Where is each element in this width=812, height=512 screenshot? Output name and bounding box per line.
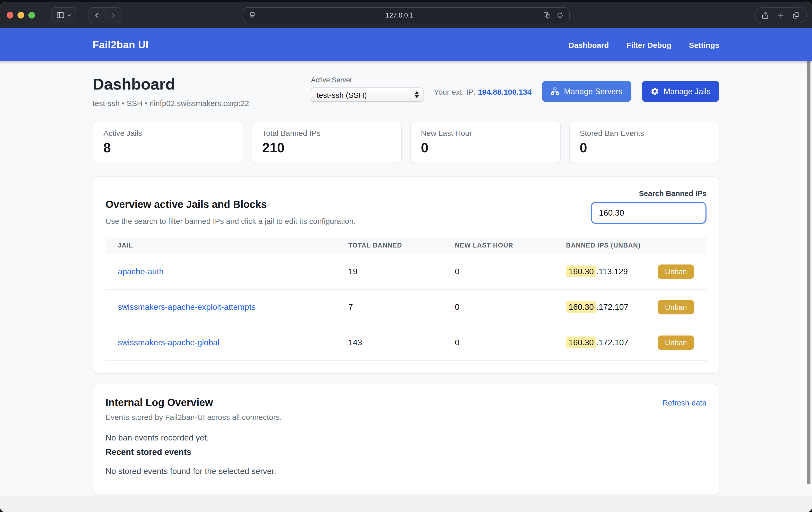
- stat-value: 210: [262, 140, 391, 156]
- ip-highlight: 160.30: [566, 301, 597, 313]
- jail-link[interactable]: swissmakers-apache-global: [118, 338, 220, 347]
- chevron-right-icon: [110, 12, 117, 19]
- sidebar-toggle-button[interactable]: [52, 7, 76, 23]
- jail-link[interactable]: swissmakers-apache-exploit-attempts: [118, 303, 256, 311]
- column-header-jail: JAIL: [106, 241, 348, 249]
- unban-button[interactable]: Unban: [658, 264, 694, 279]
- page-title: Dashboard: [93, 75, 249, 94]
- close-window-button[interactable]: [7, 12, 13, 19]
- brand[interactable]: Fail2ban UI: [93, 39, 149, 51]
- sidebar-icon: [56, 11, 65, 20]
- minimize-window-button[interactable]: [18, 12, 24, 19]
- recent-stored-events-title: Recent stored events: [106, 447, 706, 457]
- chevron-left-icon: [94, 12, 100, 19]
- page-content: Dashboard test-ssh • SSH • rlinfp02.swis…: [0, 61, 812, 499]
- stat-card-stored-ban-events: Stored Ban Events 0: [569, 121, 719, 163]
- table-row: apache-auth 19 0 160.30.113.129 Unban: [106, 254, 706, 290]
- log-title: Internal Log Overview: [106, 397, 213, 408]
- translate-icon[interactable]: A: [543, 11, 551, 19]
- chevron-down-icon: [67, 13, 71, 18]
- column-header-new-last-hour: NEW LAST HOUR: [455, 241, 566, 249]
- nav-link-dashboard[interactable]: Dashboard: [569, 40, 609, 49]
- history-nav-group: [88, 7, 121, 23]
- address-bar[interactable]: 127.0.0.1 A: [243, 7, 570, 23]
- banned-ip: 160.30.113.129: [566, 267, 628, 276]
- external-ip-value[interactable]: 194.88.100.134: [478, 87, 531, 96]
- total-banned-value: 7: [348, 303, 455, 312]
- app-navbar: Fail2ban UI Dashboard Filter Debug Setti…: [0, 28, 812, 61]
- browser-window: 127.0.0.1 A: [0, 2, 812, 512]
- manage-servers-label: Manage Servers: [564, 87, 622, 96]
- translate-glyph: A: [546, 12, 549, 17]
- unban-button[interactable]: Unban: [658, 300, 694, 314]
- table-row: swissmakers-apache-global 143 0 160.30.1…: [106, 325, 706, 361]
- ip-highlight: 160.30: [566, 337, 597, 348]
- external-ip: Your ext. IP: 194.88.100.134: [434, 87, 531, 96]
- column-header-total-banned: TOTAL BANNED: [348, 241, 455, 249]
- sitemap-icon: [551, 87, 559, 96]
- refresh-data-link[interactable]: Refresh data: [662, 398, 706, 407]
- internal-log-card: Internal Log Overview Refresh data Event…: [93, 384, 719, 495]
- new-last-hour-value: 0: [455, 267, 566, 276]
- stat-value: 0: [421, 140, 550, 156]
- ip-highlight: 160.30: [566, 265, 597, 277]
- new-last-hour-value: 0: [455, 338, 566, 347]
- stat-value: 8: [104, 140, 232, 156]
- overview-title: Overview active Jails and Blocks: [106, 199, 355, 210]
- stat-card-new-last-hour: New Last Hour 0: [410, 121, 561, 163]
- total-banned-value: 143: [348, 338, 455, 347]
- manage-jails-button[interactable]: Manage Jails: [641, 81, 719, 102]
- banned-ip: 160.30.172.107: [566, 338, 628, 347]
- url-text[interactable]: 127.0.0.1: [256, 11, 543, 19]
- ip-rest: .113.129: [597, 267, 628, 276]
- overview-card: Overview active Jails and Blocks Use the…: [93, 176, 719, 374]
- toolbar-right-group: [754, 7, 807, 23]
- new-last-hour-value: 0: [455, 303, 566, 312]
- nav-link-filter-debug[interactable]: Filter Debug: [627, 40, 671, 49]
- search-banned-ips-label: Search Banned IPs: [639, 189, 706, 198]
- tab-overview-icon[interactable]: [792, 11, 800, 19]
- active-server-select[interactable]: test-ssh (SSH): [311, 87, 424, 102]
- text-caret: [625, 208, 626, 218]
- page-format-icon[interactable]: [249, 11, 256, 19]
- new-tab-icon[interactable]: [777, 11, 784, 19]
- stat-label: Active Jails: [104, 129, 232, 137]
- active-server-value: test-ssh (SSH): [317, 90, 415, 99]
- scrollbar-thumb[interactable]: [807, 31, 810, 484]
- stat-cards: Active Jails 8 Total Banned IPs 210 New …: [93, 121, 719, 163]
- browser-titlebar: 127.0.0.1 A: [0, 2, 812, 28]
- nav-links: Dashboard Filter Debug Settings: [569, 40, 719, 49]
- total-banned-value: 19: [348, 267, 455, 276]
- jails-table: JAIL TOTAL BANNED NEW LAST HOUR BANNED I…: [106, 237, 706, 361]
- stat-label: Stored Ban Events: [580, 129, 708, 137]
- reload-icon[interactable]: [556, 11, 564, 19]
- stat-label: Total Banned IPs: [262, 129, 391, 137]
- back-button[interactable]: [89, 8, 105, 23]
- log-subtitle: Events stored by Fail2ban-UI across all …: [106, 413, 706, 421]
- stat-label: New Last Hour: [421, 129, 550, 137]
- gear-icon: [650, 87, 659, 96]
- manage-servers-button[interactable]: Manage Servers: [542, 81, 631, 102]
- window-bottom-strip: [0, 496, 812, 512]
- jail-link[interactable]: apache-auth: [118, 267, 164, 276]
- page-header: Dashboard test-ssh • SSH • rlinfp02.swis…: [93, 61, 719, 108]
- zoom-window-button[interactable]: [28, 12, 35, 19]
- ip-rest: .172.107: [597, 303, 629, 311]
- active-server-label: Active Server: [311, 76, 424, 84]
- no-ban-events-text: No ban events recorded yet.: [106, 433, 706, 443]
- column-header-banned-ips: BANNED IPS (UNBAN): [566, 241, 706, 249]
- manage-jails-label: Manage Jails: [664, 87, 710, 96]
- stat-card-active-jails: Active Jails 8: [93, 121, 243, 163]
- screen: 127.0.0.1 A: [0, 0, 812, 512]
- unban-button[interactable]: Unban: [658, 336, 694, 350]
- select-stepper-icon: [415, 91, 419, 98]
- forward-button[interactable]: [105, 8, 121, 23]
- share-icon[interactable]: [761, 11, 769, 19]
- table-header-row: JAIL TOTAL BANNED NEW LAST HOUR BANNED I…: [106, 237, 706, 254]
- traffic-lights: [7, 12, 35, 19]
- ip-rest: .172.107: [597, 338, 629, 347]
- no-stored-events-text: No stored events found for the selected …: [106, 467, 706, 482]
- search-banned-ips-input[interactable]: 160.30: [591, 202, 706, 224]
- nav-link-settings[interactable]: Settings: [689, 40, 719, 49]
- external-ip-label: Your ext. IP:: [434, 87, 476, 96]
